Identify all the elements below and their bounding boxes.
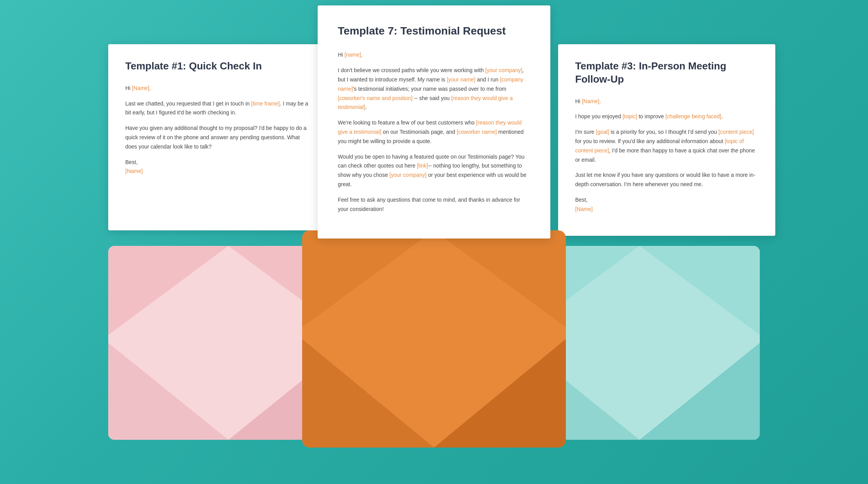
placeholder-topic: [topic]: [622, 113, 637, 119]
scene: Template #1: Quick Check In Hi [Name], L…: [85, 29, 783, 455]
placeholder-link: [link]: [417, 162, 428, 169]
letter-right-p3: Just let me know if you have any questio…: [575, 171, 758, 189]
placeholder-company-name: [company name]: [338, 76, 524, 92]
letter-right-body: Hi [Name], I hope you enjoyed [topic] to…: [575, 97, 758, 214]
envelope-center-bottom-left-flap: [302, 339, 434, 448]
letter-right-p2: I'm sure [goal] is a priority for you, s…: [575, 128, 758, 164]
placeholder-topic-content: [topic of content piece]: [575, 138, 744, 154]
letter-center-p2: We're looking to feature a few of our be…: [338, 118, 530, 146]
letter-right-title: Template #3: In-Person Meeting Follow-Up: [575, 60, 758, 86]
letter-left-p1: Last we chatted, you requested that I ge…: [125, 99, 308, 118]
placeholder-time-frame: [time frame]: [251, 100, 280, 107]
placeholder-name-right: [Name],: [582, 98, 601, 104]
placeholder-your-name-1: [your name]: [447, 76, 475, 83]
letter-card-left: Template #1: Quick Check In Hi [Name], L…: [108, 44, 325, 230]
letter-left-body: Hi [Name], Last we chatted, you requeste…: [125, 84, 308, 176]
envelope-center-top-flap: [302, 230, 566, 327]
envelope-left-bottom-left-flap: [108, 343, 228, 440]
letter-right-salutation: Hi [Name],: [575, 97, 758, 106]
letter-left-signoff: Best, [Name]: [125, 158, 308, 176]
placeholder-your-company-1: [your company]: [485, 67, 522, 73]
placeholder-your-company-2: [your company]: [389, 172, 427, 178]
letter-center-title: Template 7: Testimonial Request: [338, 24, 530, 38]
placeholder-coworker-name: [coworker name]: [456, 129, 496, 135]
letter-center-p1: I don't believe we crossed paths while y…: [338, 66, 530, 112]
letter-right-p1: I hope you enjoyed [topic] to improve [c…: [575, 112, 758, 121]
placeholder-signoff-name-left: [Name]: [125, 168, 143, 174]
letter-center-p4: Feel free to ask any questions that come…: [338, 195, 530, 214]
envelope-center-wrapper: [302, 230, 566, 448]
envelope-center-bottom-right-flap: [434, 339, 566, 448]
letter-left-salutation: Hi [Name],: [125, 84, 308, 93]
placeholder-goal: [goal]: [596, 129, 609, 135]
letter-left-p2: Have you given any additional thought to…: [125, 124, 308, 151]
letter-right-signoff: Best, [Name]: [575, 195, 758, 214]
letter-center-body: Hi [name], I don't believe we crossed pa…: [338, 50, 530, 214]
placeholder-name-left: [Name],: [132, 85, 151, 91]
letter-center-p3: Would you be open to having a featured q…: [338, 152, 530, 189]
letter-card-center: Template 7: Testimonial Request Hi [name…: [318, 5, 550, 239]
placeholder-coworker-name-position: [coworker's name and position]: [338, 95, 413, 101]
letter-center-salutation: Hi [name],: [338, 50, 530, 60]
placeholder-content-piece: [content piece]: [719, 129, 754, 135]
envelope-right-bottom-right-flap: [640, 343, 760, 440]
letter-card-right: Template #3: In-Person Meeting Follow-Up…: [558, 44, 775, 236]
placeholder-signoff-name-right: [Name]: [575, 206, 593, 212]
placeholder-challenge: [challenge being faced]: [666, 113, 721, 119]
envelope-center: [302, 230, 566, 448]
placeholder-name-center: [name],: [344, 52, 363, 58]
letter-left-title: Template #1: Quick Check In: [125, 60, 308, 73]
